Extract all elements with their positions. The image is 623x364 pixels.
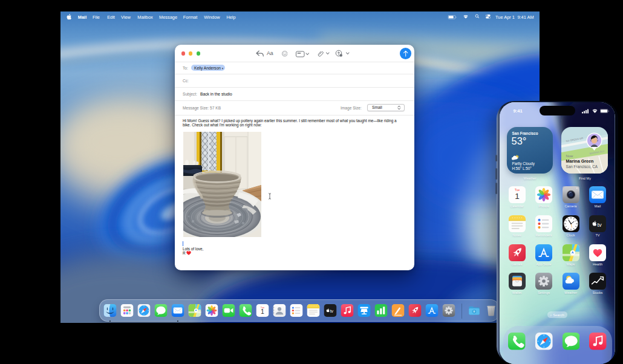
- svg-text:1: 1: [515, 192, 520, 201]
- svg-text:1: 1: [261, 308, 264, 315]
- svg-text:Tue: Tue: [514, 189, 520, 192]
- svg-text:tv: tv: [598, 221, 602, 227]
- svg-text:tv: tv: [330, 309, 334, 313]
